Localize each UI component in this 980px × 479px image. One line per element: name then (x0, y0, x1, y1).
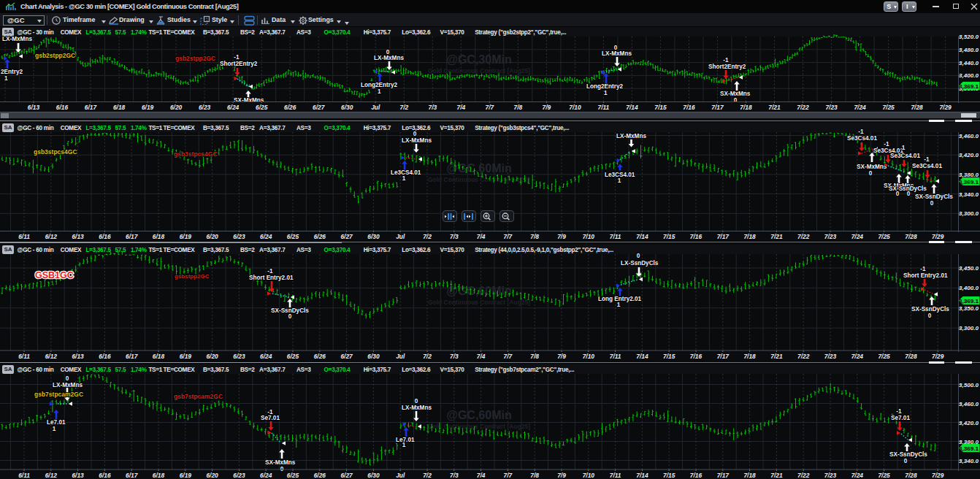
svg-text:3,380.0: 3,380.0 (959, 172, 979, 178)
svg-text:1: 1 (902, 145, 906, 151)
svg-text:gsb7stpcam2GC: gsb7stpcam2GC (174, 393, 223, 400)
svg-text:-1: -1 (723, 57, 729, 64)
svg-text:3,440.0: 3,440.0 (959, 60, 979, 66)
svg-text:SX-SsnDyCls: SX-SsnDyCls (911, 306, 949, 313)
svg-text:3,520.0: 3,520.0 (959, 34, 979, 40)
svg-text:-1: -1 (884, 141, 889, 147)
svg-text:-1: -1 (267, 268, 273, 275)
svg-text:LX-MxMns: LX-MxMns (602, 50, 632, 57)
svg-text:Se3Cs4.01: Se3Cs4.01 (912, 163, 942, 169)
svg-text:0: 0 (413, 131, 417, 137)
svg-text:3,300.0: 3,300.0 (959, 325, 979, 332)
svg-text:GSB1GC: GSB1GC (35, 270, 74, 280)
svg-text:1: 1 (4, 75, 8, 82)
svg-text:1: 1 (53, 426, 56, 432)
svg-text:LX-MxMns: LX-MxMns (2, 36, 32, 42)
svg-text:SX-MxMns: SX-MxMns (720, 91, 751, 97)
svg-text:1: 1 (402, 175, 406, 182)
svg-text:gsb2stpp2GC: gsb2stpp2GC (175, 55, 215, 62)
svg-text:gsb3stpcs4GC: gsb3stpcs4GC (34, 148, 77, 156)
svg-text:@GC,60Min: @GC,60Min (446, 162, 511, 175)
svg-text:1: 1 (604, 90, 608, 96)
svg-text:3,460.0: 3,460.0 (959, 401, 979, 407)
svg-text:1: 1 (402, 442, 406, 448)
svg-text:-1: -1 (858, 129, 864, 135)
svg-text:Gold Continuous Contract [Aug2: Gold Continuous Contract [Aug25] (428, 423, 530, 430)
svg-text:Short Entry2.01: Short Entry2.01 (249, 275, 294, 281)
svg-text:3,450.0: 3,450.0 (959, 265, 979, 272)
svg-text:3,300.0: 3,300.0 (959, 210, 979, 217)
svg-text:SX-SsnDyCls: SX-SsnDyCls (915, 193, 953, 200)
svg-text:LX-MxMns: LX-MxMns (616, 133, 646, 139)
svg-text:Se7.01: Se7.01 (891, 415, 910, 421)
svg-text:gsb3stpcs4GC: gsb3stpcs4GC (174, 150, 218, 158)
svg-text:Se3Cs4.01: Se3Cs4.01 (890, 153, 920, 159)
svg-text:3,480.0: 3,480.0 (959, 47, 979, 53)
svg-text:SX-MxMns: SX-MxMns (265, 459, 296, 466)
svg-text:3,369.1: 3,369.1 (959, 179, 979, 185)
svg-text:2Entry2: 2Entry2 (1, 69, 23, 75)
svg-text:SX-SsnDyCls: SX-SsnDyCls (889, 451, 927, 458)
svg-text:3,369.1: 3,369.1 (959, 298, 979, 304)
svg-text:@GC,30Min: @GC,30Min (446, 53, 511, 66)
svg-text:3,400.0: 3,400.0 (959, 72, 979, 79)
svg-text:3,420.0: 3,420.0 (959, 152, 979, 158)
svg-text:0: 0 (928, 313, 932, 319)
svg-text:LX-MxMns: LX-MxMns (402, 405, 432, 411)
svg-text:Short2Entry2: Short2Entry2 (708, 64, 746, 70)
svg-text:0: 0 (869, 170, 873, 177)
svg-text:3,369.1: 3,369.1 (959, 83, 979, 90)
svg-text:Long2Entry2: Long2Entry2 (586, 83, 623, 90)
svg-text:gsb7stpcam2GC: gsb7stpcam2GC (34, 391, 83, 398)
svg-text:1: 1 (618, 177, 621, 184)
svg-text:0: 0 (904, 458, 908, 464)
svg-text:0: 0 (930, 200, 934, 207)
svg-text:Long2Entry2: Long2Entry2 (361, 82, 397, 88)
svg-text:3,369.1: 3,369.1 (959, 445, 979, 452)
svg-text:3,340.0: 3,340.0 (959, 458, 979, 464)
svg-text:3,400.0: 3,400.0 (959, 285, 979, 291)
svg-text:gsb2stpp2GC: gsb2stpp2GC (35, 52, 75, 59)
svg-text:0: 0 (288, 313, 292, 320)
svg-text:Le3CS4.01: Le3CS4.01 (391, 169, 421, 176)
svg-text:0: 0 (66, 375, 69, 382)
svg-text:Gold Continuous Contract [Aug2: Gold Continuous Contract [Aug25] (428, 67, 530, 74)
svg-text:LX-MxMns: LX-MxMns (374, 55, 404, 61)
svg-text:Short Entry2.01: Short Entry2.01 (903, 272, 948, 279)
svg-text:-1: -1 (924, 156, 930, 163)
svg-text:0: 0 (896, 191, 900, 197)
svg-text:1: 1 (378, 88, 381, 95)
svg-text:Short2Entry2: Short2Entry2 (220, 61, 258, 67)
svg-text:Se3Cs4.01: Se3Cs4.01 (847, 135, 877, 142)
svg-text:-1: -1 (920, 266, 926, 272)
svg-text:Se7.01: Se7.01 (261, 415, 280, 421)
svg-text:@GC,60Min: @GC,60Min (446, 409, 511, 421)
svg-text:LX-MxMns: LX-MxMns (402, 137, 432, 144)
svg-text:3,350.0: 3,350.0 (959, 305, 979, 312)
svg-text:Gold Continuous Contract [Aug2: Gold Continuous Contract [Aug25] (428, 299, 530, 306)
svg-text:-1: -1 (234, 54, 240, 61)
svg-text:LX-SsnDyCls: LX-SsnDyCls (621, 260, 659, 267)
svg-text:3,500.0: 3,500.0 (959, 382, 979, 388)
svg-text:SX-MxMns: SX-MxMns (857, 164, 887, 170)
svg-text:gsbstpp2GC: gsbstpp2GC (175, 273, 210, 280)
svg-text:0: 0 (637, 253, 640, 259)
svg-text:LX-MxMns: LX-MxMns (53, 382, 83, 388)
svg-text:0: 0 (907, 191, 911, 197)
svg-text:Le7.01: Le7.01 (47, 419, 66, 426)
svg-text:3,340.0: 3,340.0 (959, 191, 979, 198)
svg-text:1: 1 (617, 302, 621, 308)
svg-text:3,460.0: 3,460.0 (959, 133, 979, 139)
svg-text:-1: -1 (896, 408, 902, 415)
svg-text:3,420.0: 3,420.0 (959, 420, 979, 426)
